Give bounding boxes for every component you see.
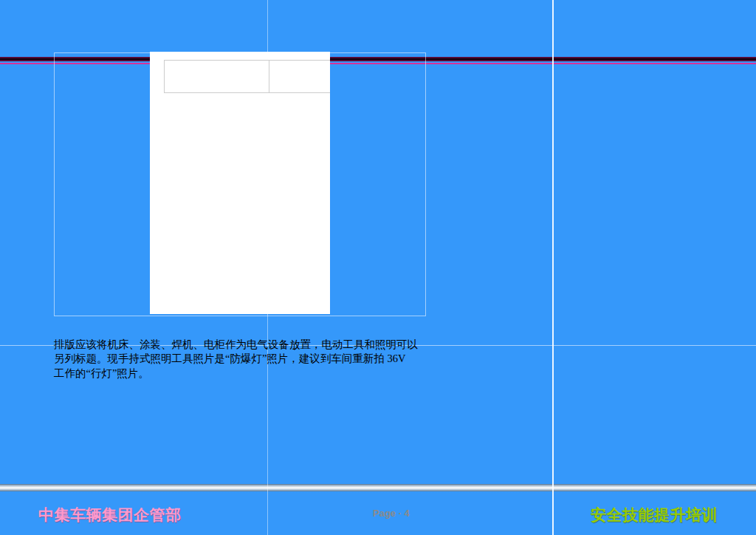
- table-cell-left: [165, 61, 269, 92]
- table-cell-right: [269, 61, 330, 92]
- footer-bar: [0, 484, 756, 491]
- embedded-table: [164, 60, 330, 93]
- footer-training-title: 安全技能提升培训: [591, 505, 718, 525]
- image-panel: [150, 52, 330, 314]
- footer-company-name: 中集车辆集团企管部: [38, 505, 182, 525]
- guide-line-vertical-right: [552, 0, 554, 535]
- body-text: 排版应该将机床、涂装、焊机、电柜作为电气设备放置，电动工具和照明可以 另列标题。…: [54, 338, 430, 381]
- body-text-line-3: 工作的“行灯”照片。: [54, 367, 430, 381]
- footer-page-number: Page · 4: [373, 508, 410, 519]
- body-text-line-2: 另列标题。现手持式照明工具照片是“防爆灯”照片，建议到车间重新拍 36V: [54, 352, 430, 366]
- body-text-line-1: 排版应该将机床、涂装、焊机、电柜作为电气设备放置，电动工具和照明可以: [54, 338, 430, 352]
- slide-canvas: 排版应该将机床、涂装、焊机、电柜作为电气设备放置，电动工具和照明可以 另列标题。…: [0, 0, 756, 535]
